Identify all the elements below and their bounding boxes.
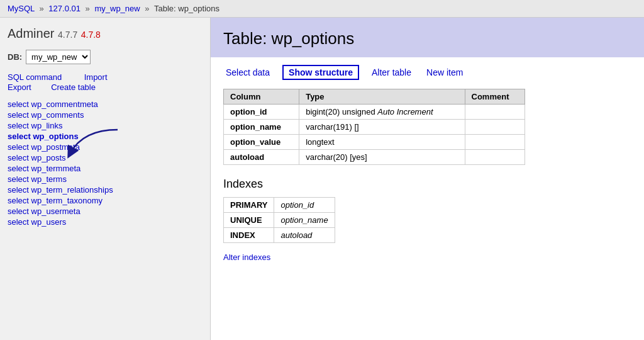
list-item: select wp_links [8,121,203,130]
list-item: select wp_term_relationships [8,185,203,195]
list-item: select wp_commentmeta [8,99,203,109]
list-item: select wp_usermeta [8,207,203,216]
table-row: autoload varchar(20) [yes] [224,150,525,165]
list-item: select wp_terms [8,174,203,184]
col-header-column: Column [224,89,299,105]
cell-comment [465,150,525,165]
breadcrumb-mysql[interactable]: MySQL [8,4,35,13]
create-table-link[interactable]: Create table [51,82,96,92]
structure-table: Column Type Comment option_id bigint(20)… [223,89,525,165]
list-item-wp-options: select wp_options [8,132,203,141]
table-link-wp-posts[interactable]: select wp_posts [8,153,66,162]
index-column: autoload [274,228,335,243]
alter-table-tab[interactable]: Alter table [369,66,414,79]
table-row: UNIQUE option_name [224,213,335,228]
table-list: select wp_commentmeta select wp_comments… [8,99,203,227]
breadcrumb: MySQL » 127.0.01 » my_wp_new » Table: wp… [0,0,644,18]
cell-type: bigint(20) unsigned Auto Increment [299,105,465,120]
app-title: Adminer 4.7.7 4.7.8 [8,26,203,41]
table-link-wp-term-relationships[interactable]: select wp_term_relationships [8,185,113,195]
cell-column: option_id [224,105,299,120]
select-data-tab[interactable]: Select data [223,66,272,79]
cell-column: option_name [224,120,299,135]
table-row: PRIMARY option_id [224,198,335,213]
list-item: select wp_comments [8,110,203,120]
table-row: option_name varchar(191) [] [224,120,525,135]
sidebar-links: SQL command Import Export Create table [8,72,203,92]
version-old: 4.7.7 [58,30,77,40]
indexes-table: PRIMARY option_id UNIQUE option_name IND… [223,197,335,243]
sidebar: Adminer 4.7.7 4.7.8 DB: my_wp_new SQL co… [0,18,211,340]
table-link-wp-users[interactable]: select wp_users [8,217,66,227]
table-row: INDEX autoload [224,228,335,243]
nav-tabs: Select data Show structure Alter table N… [223,65,631,80]
sql-command-link[interactable]: SQL command [8,72,62,82]
indexes-title: Indexes [223,178,631,191]
index-column: option_name [274,213,335,228]
db-selector-row: DB: my_wp_new [8,50,203,64]
col-header-type: Type [299,89,465,105]
table-link-wp-usermeta[interactable]: select wp_usermeta [8,207,80,216]
main-content: Table: wp_options Select data Show struc… [211,18,644,340]
index-type: PRIMARY [224,198,274,213]
table-title: Table: wp_options [223,29,631,48]
version-new: 4.7.8 [81,30,101,40]
table-link-wp-commentmeta[interactable]: select wp_commentmeta [8,99,98,109]
cell-comment [465,135,525,150]
alter-indexes-link: Alter indexes [223,252,631,262]
export-link[interactable]: Export [8,82,31,92]
cell-comment [465,105,525,120]
list-item: select wp_termmeta [8,164,203,173]
table-link-wp-term-taxonomy[interactable]: select wp_term_taxonomy [8,196,103,205]
list-item: select wp_term_taxonomy [8,196,203,205]
breadcrumb-db[interactable]: my_wp_new [94,4,140,13]
list-item: select wp_postmeta [8,142,203,152]
cell-column: autoload [224,150,299,165]
table-link-wp-links[interactable]: select wp_links [8,121,62,130]
breadcrumb-current: Table: wp_options [154,4,219,13]
list-item: select wp_posts [8,153,203,162]
col-header-comment: Comment [465,89,525,105]
cell-comment [465,120,525,135]
table-link-wp-terms[interactable]: select wp_terms [8,174,67,184]
table-row: option_id bigint(20) unsigned Auto Incre… [224,105,525,120]
cell-column: option_value [224,135,299,150]
list-item: select wp_users [8,217,203,227]
cell-type: varchar(191) [] [299,120,465,135]
cell-type: varchar(20) [yes] [299,150,465,165]
index-type: INDEX [224,228,274,243]
table-link-wp-comments[interactable]: select wp_comments [8,110,84,120]
table-row: option_value longtext [224,135,525,150]
db-label: DB: [8,52,22,62]
index-column: option_id [274,198,335,213]
table-link-wp-postmeta[interactable]: select wp_postmeta [8,142,80,152]
table-header: Table: wp_options [211,18,644,57]
index-type: UNIQUE [224,213,274,228]
db-select[interactable]: my_wp_new [26,50,91,64]
new-item-tab[interactable]: New item [424,66,465,79]
show-structure-tab[interactable]: Show structure [282,65,359,80]
alter-indexes-anchor[interactable]: Alter indexes [223,252,270,262]
app-name: Adminer [8,26,54,40]
breadcrumb-ip[interactable]: 127.0.01 [48,4,80,13]
table-link-wp-options[interactable]: select wp_options [8,132,79,141]
table-link-wp-termmeta[interactable]: select wp_termmeta [8,164,80,173]
cell-type: longtext [299,135,465,150]
import-link[interactable]: Import [84,72,108,82]
